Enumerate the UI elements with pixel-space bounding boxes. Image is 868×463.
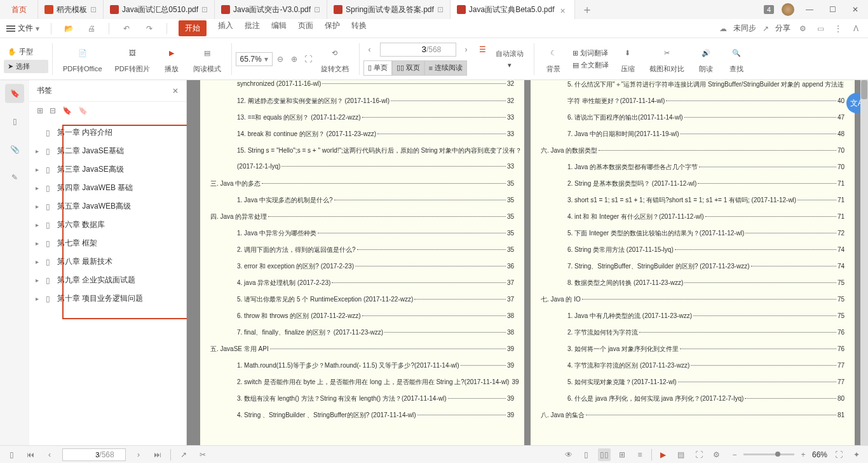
read-aloud-button[interactable]: 🔊朗读 (691, 44, 721, 74)
single-page-view[interactable]: ▯单页 (363, 60, 392, 76)
zoom-out[interactable]: ⊖ (274, 53, 287, 66)
signature-panel-toggle[interactable]: ✎ (5, 168, 24, 187)
sb-crop-icon[interactable]: ✂ (196, 448, 209, 461)
bookmark-item[interactable]: ▸ ▯ 第二章 JavaSE基础 (29, 142, 186, 160)
sb-zoom-out[interactable]: − (728, 448, 741, 461)
expand-icon[interactable]: ▸ (36, 295, 42, 302)
menu-编辑[interactable]: 编辑 (271, 20, 287, 36)
sb-page-field[interactable] (74, 451, 99, 459)
bookmark-item[interactable]: ▸ ▯ 第三章 JavaSE高级 (29, 160, 186, 179)
autoscroll-button[interactable]: 自动滚动▾ (489, 49, 530, 69)
remove-bookmark-icon[interactable]: ⊟ (50, 106, 56, 115)
unsync-label[interactable]: 未同步 (733, 23, 756, 34)
file-menu[interactable]: 文件 ▾ (6, 23, 39, 34)
sb-fullscreen-icon[interactable]: ⛶ (832, 448, 845, 461)
menu-转换[interactable]: 转换 (351, 20, 367, 36)
read-mode[interactable]: ▤阅读模式 (187, 44, 227, 74)
print-icon[interactable]: 🖨 (86, 23, 97, 34)
collapse-icon[interactable]: ᐱ (850, 23, 862, 34)
find-button[interactable]: 🔍查找 (721, 44, 752, 74)
gear-icon[interactable]: ⚙ (797, 23, 808, 34)
sb-settings-icon[interactable]: ✦ (850, 448, 863, 461)
undo-icon[interactable]: ↶ (121, 23, 132, 34)
sb-first-page[interactable]: ⏮ (24, 448, 37, 461)
sb-single-view[interactable]: ▯ (580, 448, 593, 461)
play-button[interactable]: ▶播放 (156, 44, 187, 74)
sb-book-icon[interactable]: ▤ (675, 448, 688, 461)
bookmark-panel-toggle[interactable]: 🔖 (5, 84, 24, 103)
sb-eye-icon[interactable]: 👁 (562, 448, 575, 461)
bookmark-item[interactable]: ▸ ▯ 第六章 数据库 (29, 216, 186, 234)
continuous-view[interactable]: ≡连续阅读 (424, 60, 467, 76)
sb-double-view[interactable]: ▯▯ (598, 448, 611, 461)
sb-fit-icon[interactable]: ⛶ (693, 448, 705, 461)
tab-close-icon[interactable]: × (560, 6, 568, 13)
avatar[interactable] (782, 3, 794, 16)
bookmark-item[interactable]: ▸ ▯ 第五章 JavaWEB高级 (29, 197, 186, 216)
bookmark-icon[interactable]: 🔖 (62, 106, 72, 115)
zoom-select[interactable]: 65.7%▾ (236, 52, 273, 66)
close-panel-icon[interactable]: ✕ (172, 86, 179, 95)
sb-grid-view[interactable]: ⊞ (616, 448, 628, 461)
expand-icon[interactable]: ▸ (36, 203, 42, 210)
close-button[interactable]: ✕ (848, 2, 863, 17)
bookmark-item[interactable]: ▸ ▯ 第九章 企业实战面试题 (29, 271, 186, 289)
add-bookmark-icon[interactable]: ⊞ (37, 106, 43, 115)
expand-icon[interactable]: ▸ (36, 148, 42, 155)
document-tab[interactable]: 稻壳模板 ⊡ (38, 0, 104, 19)
sb-last-page[interactable]: ⏭ (151, 448, 164, 461)
selection-translate[interactable]: ⊞划词翻译 (573, 48, 609, 58)
select-tool[interactable]: ➤选择 (4, 60, 48, 73)
minimize-button[interactable]: — (802, 2, 817, 17)
bookmark-item[interactable]: ▸ ▯ 第十章 项目业务逻辑问题 (29, 289, 186, 308)
expand-icon[interactable]: ▸ (36, 221, 42, 228)
expand-icon[interactable] (36, 129, 42, 136)
sb-play-icon[interactable]: ▶ (657, 448, 670, 461)
open-icon[interactable]: 📂 (63, 23, 74, 34)
next-page[interactable]: › (460, 43, 473, 56)
prev-page[interactable]: ‹ (363, 43, 376, 56)
sb-continuous-view[interactable]: ≡ (634, 448, 646, 461)
fit-width[interactable]: ⛶ (302, 53, 315, 66)
page-number-field[interactable] (395, 45, 426, 54)
sb-zoom-in[interactable]: + (797, 448, 810, 461)
tab-home[interactable]: 首页 (0, 0, 38, 19)
zoom-in[interactable]: ⊕ (288, 53, 301, 66)
document-tab[interactable]: Java面试汇总0510.pdf ⊡ (104, 0, 215, 19)
page-input[interactable]: /568 (380, 43, 456, 57)
sb-gear-icon[interactable]: ⚙ (710, 448, 723, 461)
tab-new[interactable]: ＋ (575, 0, 599, 19)
bookmark-item[interactable]: ▸ ▯ 第八章 最新技术 (29, 252, 186, 271)
page-overflow[interactable]: ☰ (477, 43, 489, 56)
attachment-panel-toggle[interactable]: 📎 (5, 140, 24, 159)
full-translate[interactable]: ▤全文翻译 (573, 60, 609, 70)
pdf-to-office[interactable]: 📄PDF转Office (57, 44, 109, 74)
bookmark-item[interactable]: ▸ ▯ 第四章 JavaWEB 基础 (29, 179, 186, 197)
scrollbar[interactable] (860, 80, 868, 445)
sb-next-page[interactable]: › (132, 448, 145, 461)
expand-icon[interactable]: ▸ (36, 166, 42, 173)
more-icon[interactable]: ⋮ (832, 23, 844, 34)
bookmark-item[interactable]: ▸ ▯ 第七章 框架 (29, 234, 186, 252)
share-button[interactable]: 分享 (775, 23, 790, 34)
document-tab[interactable]: Spring面试专题及答案.pdf ⊡ (327, 0, 451, 19)
menu-页面[interactable]: 页面 (298, 20, 313, 36)
maximize-button[interactable]: ☐ (825, 2, 840, 17)
sb-page-input[interactable]: /568 (62, 448, 126, 461)
compress-button[interactable]: ⬇压缩 (613, 44, 643, 74)
double-page-view[interactable]: ▯▯双页 (392, 60, 424, 76)
expand-icon[interactable]: ▸ (36, 277, 42, 284)
scroll-thumb[interactable] (861, 80, 867, 99)
pdf-to-image[interactable]: 🖼PDF转图片 (109, 44, 156, 74)
slider-thumb[interactable] (775, 452, 780, 457)
background-button[interactable]: ☾背景 (538, 44, 569, 74)
sb-thumbnail-icon[interactable]: ▯ (5, 448, 18, 461)
menu-插入[interactable]: 插入 (218, 20, 233, 36)
document-tab[interactable]: Java面试宝典Beta5.0.pdf × (451, 0, 575, 19)
document-tab[interactable]: Java面试突击-V3.0.pdf ⊡ (215, 0, 327, 19)
zoom-slider[interactable] (743, 453, 794, 455)
feedback-icon[interactable]: ▭ (815, 23, 826, 34)
sb-export-icon[interactable]: ↗ (177, 448, 190, 461)
hand-tool[interactable]: ✋手型 (4, 45, 48, 59)
expand-icon[interactable]: ▸ (36, 258, 42, 265)
